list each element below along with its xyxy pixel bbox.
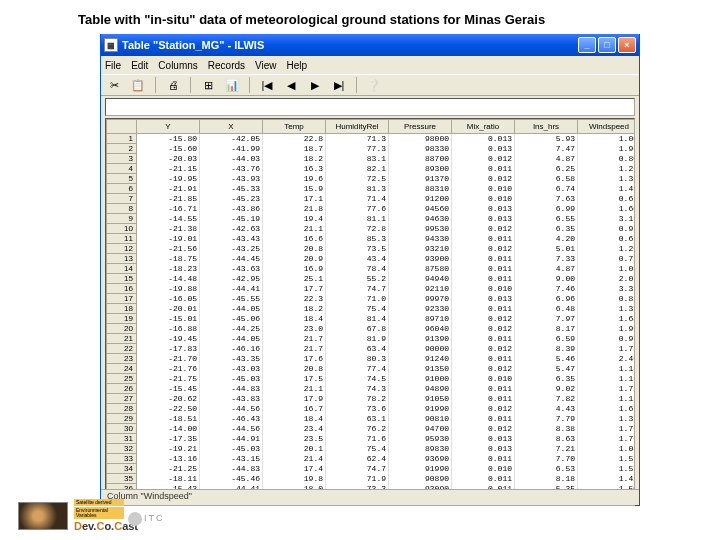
cell[interactable]: 1.03 <box>578 264 635 274</box>
cell[interactable]: 0.011 <box>452 334 515 344</box>
cell[interactable]: 91990 <box>389 404 452 414</box>
cell[interactable]: 16.3 <box>263 164 326 174</box>
cell[interactable]: 89710 <box>389 314 452 324</box>
maximize-button[interactable]: □ <box>598 37 616 53</box>
cell[interactable]: 74.5 <box>326 374 389 384</box>
cell[interactable]: 20.9 <box>263 254 326 264</box>
cell[interactable]: 0.011 <box>452 274 515 284</box>
cell[interactable]: 6.96 <box>515 294 578 304</box>
cell[interactable]: -45.23 <box>200 194 263 204</box>
cell[interactable]: 19.8 <box>263 474 326 484</box>
cell[interactable]: -43.83 <box>200 394 263 404</box>
cell[interactable]: 17.1 <box>263 194 326 204</box>
cell[interactable]: 1.00 <box>578 134 635 144</box>
cell[interactable]: -21.75 <box>137 374 200 384</box>
cell[interactable]: -14.00 <box>137 424 200 434</box>
cell[interactable]: -44.56 <box>200 424 263 434</box>
cell[interactable]: 92330 <box>389 304 452 314</box>
cell[interactable]: 17.6 <box>263 354 326 364</box>
cell[interactable]: -42.63 <box>200 224 263 234</box>
col-x[interactable]: X <box>200 120 263 134</box>
cell[interactable]: 75.4 <box>326 304 389 314</box>
cell[interactable]: 81.4 <box>326 314 389 324</box>
table-row[interactable]: 16-19.88-44.4117.774.7921100.0107.463.31 <box>107 284 635 294</box>
table-row[interactable]: 3-20.03-44.0318.283.1887000.0124.870.80 <box>107 154 635 164</box>
cell[interactable]: -13.16 <box>137 454 200 464</box>
cell[interactable]: -19.01 <box>137 234 200 244</box>
cell[interactable]: 0.95 <box>578 224 635 234</box>
table-row[interactable]: 5-19.95-43.9319.672.5913700.0126.581.35 <box>107 174 635 184</box>
cell[interactable]: 71.4 <box>326 194 389 204</box>
cell[interactable]: 0.012 <box>452 324 515 334</box>
cell[interactable]: -41.99 <box>200 144 263 154</box>
cell[interactable]: 0.011 <box>452 394 515 404</box>
cell[interactable]: 6.58 <box>515 174 578 184</box>
cell[interactable]: -16.88 <box>137 324 200 334</box>
cell[interactable]: 8.63 <box>515 434 578 444</box>
cell[interactable]: -15.80 <box>137 134 200 144</box>
cell[interactable]: -19.21 <box>137 444 200 454</box>
row-header[interactable]: 14 <box>107 264 137 274</box>
cell[interactable]: 6.35 <box>515 224 578 234</box>
cell[interactable]: 88310 <box>389 184 452 194</box>
row-header[interactable]: 4 <box>107 164 137 174</box>
cell[interactable]: 7.70 <box>515 454 578 464</box>
cell[interactable]: 2.07 <box>578 274 635 284</box>
cell[interactable]: 19.6 <box>263 174 326 184</box>
cell[interactable]: 17.5 <box>263 374 326 384</box>
row-header[interactable]: 31 <box>107 434 137 444</box>
minimize-button[interactable]: _ <box>578 37 596 53</box>
cell[interactable]: 0.010 <box>452 284 515 294</box>
cell[interactable]: 6.59 <box>515 334 578 344</box>
cell[interactable]: -42.05 <box>200 134 263 144</box>
cell[interactable]: 91350 <box>389 364 452 374</box>
cell[interactable]: 94330 <box>389 234 452 244</box>
cell[interactable]: 5.46 <box>515 354 578 364</box>
cell[interactable]: 1.73 <box>578 344 635 354</box>
cell[interactable]: 1.68 <box>578 314 635 324</box>
cell[interactable]: -15.01 <box>137 314 200 324</box>
table-row[interactable]: 29-18.51-46.4318.463.1908100.0117.791.37 <box>107 414 635 424</box>
cell[interactable]: 21.7 <box>263 344 326 354</box>
cell[interactable]: 77.4 <box>326 364 389 374</box>
table-row[interactable]: 4-21.15-43.7616.382.1893000.0116.251.26 <box>107 164 635 174</box>
cell[interactable]: 0.97 <box>578 334 635 344</box>
cell[interactable]: 22.8 <box>263 134 326 144</box>
table-row[interactable]: 26-15.45-44.8321.174.3948900.0119.021.75 <box>107 384 635 394</box>
cell[interactable]: 91050 <box>389 394 452 404</box>
last-record-icon[interactable]: ▶| <box>330 76 348 94</box>
cell[interactable]: -43.76 <box>200 164 263 174</box>
cell[interactable]: 87580 <box>389 264 452 274</box>
cell[interactable]: -43.93 <box>200 174 263 184</box>
row-header[interactable]: 25 <box>107 374 137 384</box>
cell[interactable]: -18.51 <box>137 414 200 424</box>
cell[interactable]: 0.012 <box>452 344 515 354</box>
cell[interactable]: 55.2 <box>326 274 389 284</box>
cell[interactable]: 0.71 <box>578 254 635 264</box>
cell[interactable]: 8.18 <box>515 474 578 484</box>
cell[interactable]: 0.011 <box>452 384 515 394</box>
cell[interactable]: 73.5 <box>326 244 389 254</box>
row-header[interactable]: 27 <box>107 394 137 404</box>
menu-edit[interactable]: Edit <box>131 60 148 71</box>
cell[interactable]: -20.62 <box>137 394 200 404</box>
cell[interactable]: 0.011 <box>452 454 515 464</box>
row-header[interactable]: 21 <box>107 334 137 344</box>
cell[interactable]: -46.16 <box>200 344 263 354</box>
cell[interactable]: 18.4 <box>263 314 326 324</box>
cell[interactable]: 82.1 <box>326 164 389 174</box>
cell[interactable]: 18.2 <box>263 154 326 164</box>
row-header[interactable]: 20 <box>107 324 137 334</box>
row-header[interactable]: 30 <box>107 424 137 434</box>
row-header[interactable]: 18 <box>107 304 137 314</box>
cell[interactable]: 98000 <box>389 134 452 144</box>
cell[interactable]: -43.03 <box>200 364 263 374</box>
cell[interactable]: -44.83 <box>200 464 263 474</box>
cell[interactable]: 0.010 <box>452 374 515 384</box>
cell[interactable]: 71.6 <box>326 434 389 444</box>
cell[interactable]: 0.011 <box>452 254 515 264</box>
cell[interactable]: -21.85 <box>137 194 200 204</box>
row-header[interactable]: 10 <box>107 224 137 234</box>
cell[interactable]: 71.9 <box>326 474 389 484</box>
col-windspeed[interactable]: Windspeed <box>578 120 635 134</box>
